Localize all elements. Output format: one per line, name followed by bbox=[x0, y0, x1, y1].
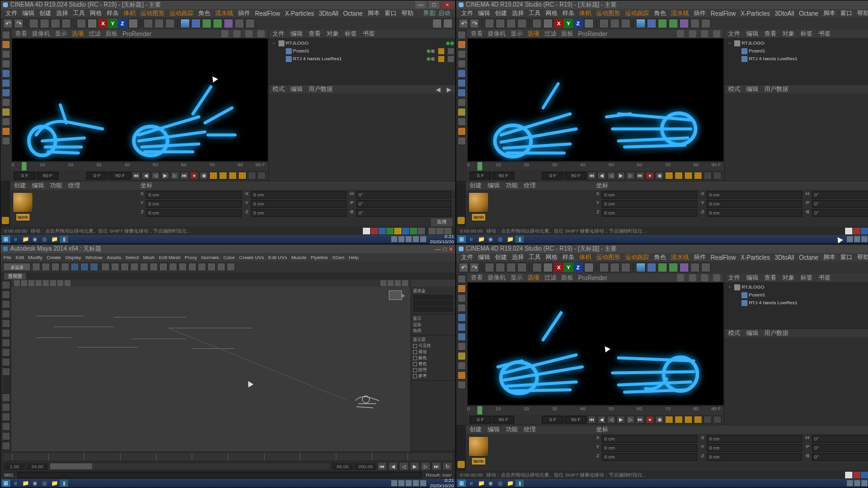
viewport-menu[interactable]: 查看摄像机 显示选项 过滤面板 ProRender bbox=[467, 30, 724, 38]
edge-mode[interactable] bbox=[2, 79, 10, 87]
object-manager[interactable]: 文件编辑 查看对象 标签书签 −RTJLOGO Posed1 RTJ 4 han… bbox=[724, 30, 868, 181]
taskbar[interactable]: ⊞ e📁◉ ◎📁▮ 0:21 2020/10/20 bbox=[1, 479, 455, 487]
select-tool[interactable] bbox=[29, 19, 39, 28]
titlebar[interactable]: CINEMA 4D R19.024 Studio (RC - R19) - [无… bbox=[456, 245, 868, 253]
transport-bar[interactable]: 0 F 90 F 0 F 90 F ⏮◀◁ ▶▷⏭ ●◉ bbox=[467, 170, 724, 181]
render-view[interactable] bbox=[143, 19, 153, 28]
timeline-opts[interactable] bbox=[257, 172, 266, 180]
menu-window[interactable]: 窗口 bbox=[385, 9, 397, 17]
coordinates-manager[interactable]: 坐标 X0 cm ·X0 cm ·H0° Y0 cm ·Y0 cm ·P0° Z… bbox=[137, 181, 455, 227]
material-manager[interactable]: 创建 编辑 功能 纹理 lamb bbox=[10, 181, 137, 227]
status-line[interactable]: 多边形 bbox=[1, 261, 455, 272]
start-button[interactable]: ⊞ bbox=[2, 236, 10, 243]
menu-help[interactable]: 帮助 bbox=[401, 9, 414, 17]
add-spline[interactable] bbox=[191, 19, 201, 28]
add-environment[interactable] bbox=[224, 19, 233, 28]
key-rot[interactable] bbox=[228, 172, 237, 180]
menu-create[interactable]: 创建 bbox=[39, 9, 51, 17]
menu-select[interactable]: 选择 bbox=[56, 9, 68, 17]
vp-camera[interactable]: 摄像机 bbox=[32, 30, 50, 38]
attribute-manager[interactable]: 模式 编辑 用户数据 ◀ ▶ bbox=[269, 84, 455, 181]
attr-nav-back[interactable]: ◀ bbox=[436, 86, 441, 93]
step-fwd[interactable]: ▷ bbox=[421, 463, 430, 470]
layout-icon-2[interactable] bbox=[443, 19, 453, 28]
key-param[interactable] bbox=[238, 172, 247, 180]
material-preview[interactable] bbox=[13, 192, 33, 213]
task-chrome[interactable]: ◉ bbox=[31, 236, 39, 243]
frame-end[interactable]: 90 F bbox=[37, 172, 58, 180]
system-tray[interactable] bbox=[391, 236, 426, 242]
add-camera[interactable] bbox=[234, 19, 244, 28]
undo-button[interactable] bbox=[3, 19, 13, 28]
tree-row-hands[interactable]: RTJ 4 hands LowRes1 bbox=[270, 55, 454, 63]
layer-editor[interactable]: 显示层 可见性 播放 颜色 着色 纹理 参考 bbox=[411, 336, 455, 381]
mel-input[interactable] bbox=[17, 472, 422, 478]
menu-mesh[interactable]: 网格 bbox=[90, 9, 102, 17]
snap-toggle[interactable] bbox=[2, 108, 10, 116]
move-tool[interactable] bbox=[2, 300, 10, 308]
viewport[interactable] bbox=[467, 282, 724, 405]
play-fwd[interactable]: ▶ bbox=[161, 172, 169, 180]
goto-end[interactable]: ⏭ bbox=[432, 463, 441, 470]
viewport[interactable] bbox=[11, 280, 410, 451]
vp-nav-2[interactable] bbox=[233, 30, 241, 37]
step-back[interactable]: ◀ bbox=[389, 463, 397, 470]
main-menu[interactable]: 文件编辑 创建选择 工具网格 样条体积 运动图形运动跟踪 角色流水线 插件Rea… bbox=[456, 9, 868, 17]
phong-tag-icon[interactable] bbox=[448, 56, 454, 62]
make-editable[interactable] bbox=[2, 31, 10, 39]
loop[interactable]: ↻ bbox=[443, 463, 451, 470]
main-menu[interactable]: 文件编辑 创建选择 工具网格 样条体积 运动图形运动跟踪 角色流水线 插件Rea… bbox=[456, 253, 868, 261]
object-manager[interactable]: 文件编辑 查看对象 标签书签 −RTJLOGO Posed1 RTJ 4 han… bbox=[724, 274, 868, 425]
play-fwd[interactable]: ▶ bbox=[410, 463, 419, 470]
main-toolbar[interactable]: XYZ bbox=[456, 17, 868, 30]
material-tag-icon[interactable] bbox=[438, 48, 444, 54]
step-back[interactable]: ◀ bbox=[142, 172, 150, 180]
layout-icon[interactable] bbox=[432, 19, 442, 28]
viewport-solo[interactable] bbox=[2, 127, 10, 136]
record-key[interactable]: ● bbox=[190, 172, 198, 180]
axis-z[interactable]: Z bbox=[118, 19, 127, 28]
frame-current[interactable]: 0 F bbox=[86, 172, 108, 180]
viewport[interactable] bbox=[11, 38, 268, 161]
timeline-ruler[interactable]: 0 10 20 30 40 50 60 70 80 90 F bbox=[11, 161, 268, 170]
play-back[interactable]: ◁ bbox=[400, 463, 408, 470]
task-explorer[interactable]: 📁 bbox=[21, 236, 30, 243]
vp-panel[interactable]: 面板 bbox=[105, 30, 118, 38]
goto-end[interactable]: ⏭ bbox=[180, 172, 189, 180]
maximize-button[interactable]: □ bbox=[429, 1, 439, 8]
texture-mode[interactable] bbox=[2, 50, 10, 58]
panel-toolbar[interactable] bbox=[11, 280, 410, 287]
menu-volume[interactable]: 体积 bbox=[124, 9, 136, 17]
vp-options[interactable]: 选项 bbox=[72, 30, 84, 38]
menu-mograph[interactable]: 运动图形 bbox=[140, 9, 165, 17]
menu-pipeline[interactable]: 流水线 bbox=[215, 9, 233, 17]
render-region[interactable] bbox=[154, 19, 164, 28]
material-tag-icon[interactable] bbox=[438, 56, 444, 62]
transport-bar[interactable]: 0 F 90 F 0 F 90 F ⏮ ◀ ◁ ▶ ▷ ⏭ ● ◉ bbox=[11, 170, 268, 181]
vp-nav-1[interactable] bbox=[221, 30, 228, 37]
menu-edit[interactable]: 编辑 bbox=[22, 9, 34, 17]
add-light[interactable] bbox=[245, 19, 255, 28]
axis-y[interactable]: Y bbox=[108, 19, 118, 28]
rotate-tool[interactable] bbox=[2, 310, 10, 318]
workplane-snap[interactable] bbox=[2, 117, 10, 126]
playhead[interactable] bbox=[22, 162, 27, 170]
add-deformer[interactable] bbox=[213, 19, 222, 28]
mode-toolbar[interactable] bbox=[456, 30, 467, 181]
menu-octane[interactable]: Octane bbox=[343, 10, 362, 17]
select-tool[interactable] bbox=[2, 281, 10, 289]
main-toolbar[interactable]: XYZ bbox=[456, 261, 868, 274]
goto-start[interactable]: ⏮ bbox=[378, 463, 386, 470]
taskbar[interactable]: ⊞ e📁◉ ◎📁▮ 0:21 2020/10/20 bbox=[456, 479, 868, 487]
task-ie[interactable]: e bbox=[11, 236, 20, 243]
menu-xparticles[interactable]: X-Particles bbox=[285, 10, 314, 17]
tree-row-posed1[interactable]: Posed1 bbox=[270, 47, 454, 55]
model-mode[interactable] bbox=[2, 40, 10, 49]
titlebar[interactable]: Autodesk Maya 2014 x64 : 无标题 —□× bbox=[1, 245, 455, 253]
main-menu[interactable]: FileEdit ModifyCreate DisplayWindow Asse… bbox=[1, 253, 455, 261]
lock-xyz[interactable] bbox=[87, 19, 97, 28]
layout-four[interactable] bbox=[2, 403, 10, 411]
time-slider[interactable] bbox=[1, 451, 455, 462]
vp-view[interactable]: 查看 bbox=[15, 30, 27, 38]
point-mode[interactable] bbox=[2, 69, 10, 78]
